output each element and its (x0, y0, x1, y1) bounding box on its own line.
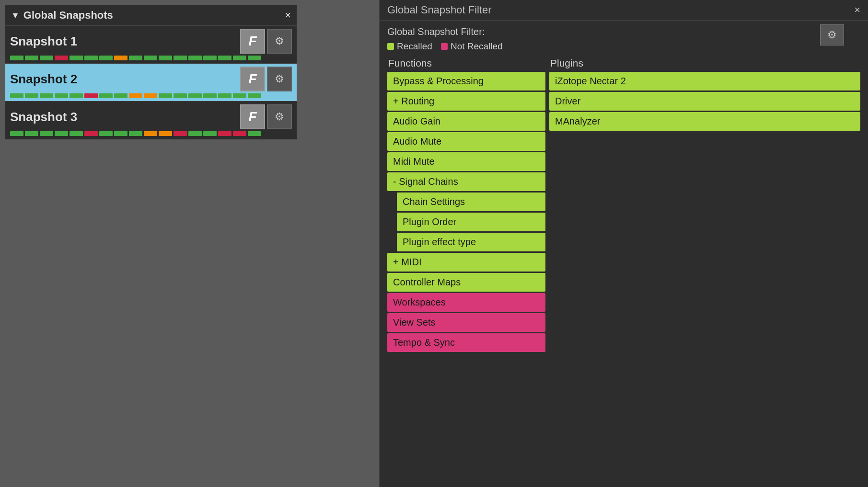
triangle-icon: ▼ (11, 11, 20, 21)
color-seg-2-7 (114, 93, 127, 98)
color-bar-1 (10, 56, 292, 60)
f-button-2[interactable]: F (240, 67, 265, 91)
color-seg-1-10 (159, 56, 172, 60)
color-seg-1-2 (40, 56, 53, 60)
color-seg-1-1 (25, 56, 38, 60)
function-item-1[interactable]: + Routing (387, 92, 545, 111)
color-seg-2-10 (159, 93, 172, 98)
filter-close-button[interactable]: × (854, 4, 860, 16)
snapshot-controls-3: F⚙ (240, 104, 292, 129)
color-bar-3 (10, 131, 292, 136)
color-bar-2 (10, 93, 292, 98)
color-seg-1-12 (188, 56, 202, 60)
snapshots-panel: ▼ Global Snapshots × Snapshot 1F⚙Snapsho… (5, 5, 297, 140)
f-button-1[interactable]: F (240, 29, 265, 54)
color-seg-2-11 (174, 93, 187, 98)
snapshot-gear-button-2[interactable]: ⚙ (267, 67, 292, 91)
color-seg-3-14 (218, 131, 231, 136)
legend: Recalled Not Recalled (387, 41, 860, 52)
color-seg-2-8 (129, 93, 142, 98)
snapshot-item-3[interactable]: Snapshot 3F⚙ (5, 102, 297, 139)
filter-panel: Global Snapshot Filter × ⚙ Global Snapsh… (379, 0, 868, 487)
not-recalled-dot (441, 43, 448, 50)
function-item-0[interactable]: Bypass & Processing (387, 72, 545, 91)
legend-recalled: Recalled (387, 41, 432, 52)
functions-list: Bypass & Processing+ RoutingAudio GainAu… (387, 72, 545, 352)
snapshots-title-text: Global Snapshots (23, 9, 113, 22)
color-seg-2-12 (188, 93, 202, 98)
color-seg-1-8 (129, 56, 142, 60)
color-seg-3-4 (69, 131, 83, 136)
snapshot-controls-2: F⚙ (240, 67, 292, 91)
function-item-10[interactable]: Controller Maps (387, 273, 545, 292)
function-item-5[interactable]: - Signal Chains (387, 172, 545, 191)
color-seg-1-0 (10, 56, 23, 60)
color-seg-2-14 (218, 93, 231, 98)
color-seg-3-6 (99, 131, 113, 136)
color-seg-2-4 (69, 93, 83, 98)
plugin-item-2[interactable]: MAnalyzer (549, 112, 860, 131)
function-item-4[interactable]: Midi Mute (387, 152, 545, 171)
color-seg-1-9 (144, 56, 157, 60)
function-item-11[interactable]: Workspaces (387, 293, 545, 312)
filter-body: Global Snapshot Filter: Recalled Not Rec… (380, 21, 868, 359)
plugin-item-1[interactable]: Driver (549, 92, 860, 111)
function-item-9[interactable]: + MIDI (387, 253, 545, 272)
color-seg-1-14 (218, 56, 231, 60)
snapshot-name-1: Snapshot 1 (10, 34, 77, 49)
snapshot-item-1[interactable]: Snapshot 1F⚙ (5, 26, 297, 64)
snapshot-name-2: Snapshot 2 (10, 72, 77, 87)
function-item-13[interactable]: Tempo & Sync (387, 333, 545, 352)
color-seg-2-3 (55, 93, 68, 98)
function-item-8[interactable]: Plugin effect type (397, 233, 545, 251)
snapshots-title: ▼ Global Snapshots (11, 9, 113, 22)
filter-label: Global Snapshot Filter: (387, 26, 860, 37)
function-item-7[interactable]: Plugin Order (397, 213, 545, 231)
color-seg-2-5 (84, 93, 98, 98)
plugins-header: Plugins (549, 57, 860, 69)
color-seg-1-3 (55, 56, 68, 60)
color-seg-3-7 (114, 131, 127, 136)
snapshot-row-3: Snapshot 3F⚙ (10, 104, 292, 129)
snapshot-gear-button-1[interactable]: ⚙ (267, 29, 292, 54)
color-seg-2-15 (233, 93, 246, 98)
snapshots-header: ▼ Global Snapshots × (5, 5, 297, 26)
color-seg-3-13 (203, 131, 217, 136)
f-button-3[interactable]: F (240, 104, 265, 129)
color-seg-2-6 (99, 93, 113, 98)
columns-container: Functions Bypass & Processing+ RoutingAu… (387, 57, 860, 353)
color-seg-3-0 (10, 131, 23, 136)
color-seg-3-15 (233, 131, 246, 136)
color-seg-2-1 (25, 93, 38, 98)
function-item-2[interactable]: Audio Gain (387, 112, 545, 131)
snapshot-gear-button-3[interactable]: ⚙ (267, 104, 292, 129)
plugins-list: iZotope Nectar 2DriverMAnalyzer (549, 72, 860, 131)
snapshot-row-2: Snapshot 2F⚙ (10, 67, 292, 91)
snapshots-close-button[interactable]: × (285, 10, 291, 21)
snapshot-item-2[interactable]: Snapshot 2F⚙ (5, 64, 297, 102)
filter-gear-button[interactable]: ⚙ (820, 24, 844, 45)
snapshot-row-1: Snapshot 1F⚙ (10, 29, 292, 54)
plugin-item-0[interactable]: iZotope Nectar 2 (549, 72, 860, 91)
color-seg-1-4 (69, 56, 83, 60)
color-seg-3-16 (248, 131, 261, 136)
color-seg-3-5 (84, 131, 98, 136)
gear-icon: ⚙ (827, 29, 837, 41)
color-seg-1-5 (84, 56, 98, 60)
color-seg-1-7 (114, 56, 127, 60)
function-item-3[interactable]: Audio Mute (387, 132, 545, 151)
function-item-12[interactable]: View Sets (387, 313, 545, 332)
functions-column: Functions Bypass & Processing+ RoutingAu… (387, 57, 545, 353)
snapshot-name-3: Snapshot 3 (10, 110, 77, 125)
color-seg-1-6 (99, 56, 113, 60)
snapshot-controls-1: F⚙ (240, 29, 292, 54)
filter-header: Global Snapshot Filter × (380, 0, 868, 21)
color-seg-2-9 (144, 93, 157, 98)
not-recalled-label: Not Recalled (451, 41, 503, 52)
legend-not-recalled: Not Recalled (441, 41, 503, 52)
color-seg-1-15 (233, 56, 246, 60)
color-seg-3-8 (129, 131, 142, 136)
color-seg-3-12 (188, 131, 202, 136)
color-seg-3-2 (40, 131, 53, 136)
function-item-6[interactable]: Chain Settings (397, 193, 545, 211)
